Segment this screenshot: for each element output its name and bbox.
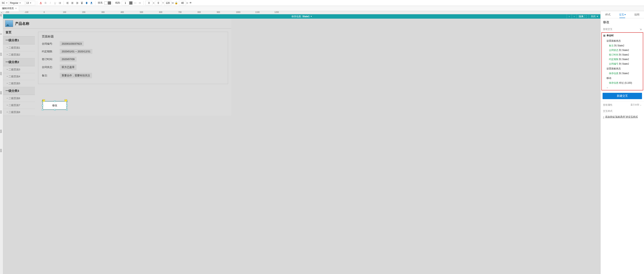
shape-interactions-header: 形状交互 ⇲	[600, 26, 644, 32]
show-all-link[interactable]: 显示全部 ⌄	[630, 103, 642, 107]
state-dropdown-icon[interactable]: ▼	[310, 16, 312, 18]
canvas[interactable]: 保存信息: State1 ▼ ‹ › 隔离 ⛶ 关闭 ✕ 产品名称	[3, 14, 600, 274]
h-input[interactable]	[179, 1, 186, 5]
valign-bottom-icon[interactable]	[89, 1, 94, 5]
ix-target[interactable]: 备注 到 State2	[602, 44, 643, 48]
font-weight-select[interactable]: Regular▼	[9, 1, 25, 5]
field-label: 约定期限:	[42, 50, 60, 53]
sidebar-item[interactable]: 二级页面4	[3, 73, 35, 80]
font-size-select[interactable]: 13▼	[26, 1, 35, 5]
resize-handle[interactable]	[42, 105, 43, 106]
ruler-origin: ✦	[0, 11, 3, 14]
underline-icon[interactable]: U	[53, 1, 57, 5]
ix-target[interactable]: 保存信息 到 State2	[602, 71, 643, 76]
font-family-select[interactable]: SC▼	[1, 1, 9, 5]
sidebar-home[interactable]: 首页	[3, 28, 35, 36]
resize-handle[interactable]	[66, 109, 68, 110]
resize-handle[interactable]	[54, 100, 56, 102]
sidebar-item[interactable]: 二级页面2	[3, 51, 35, 58]
field-value: 2020/01/01 ~ 2020/12/31	[60, 49, 92, 54]
field-value: 重要合作，需要特别关注	[60, 73, 92, 78]
valign-middle-icon[interactable]	[84, 1, 89, 5]
selection-outline: ▾ ⚡	[42, 101, 67, 110]
action-set-panel-state-1[interactable]: 设置面板状态	[602, 38, 643, 44]
ix-target[interactable]: 保存信息 经过 (0,100)	[602, 81, 643, 85]
widget-name[interactable]: 修改	[600, 18, 644, 26]
line-width-input[interactable]	[122, 1, 129, 5]
close-tab-icon[interactable]: ✕	[15, 7, 17, 10]
fill-none-icon[interactable]	[104, 2, 108, 4]
line-label: 线段:	[115, 1, 120, 4]
italic-icon[interactable]: I	[48, 1, 52, 5]
action-set-panel-state-2[interactable]: 设置面板状态	[602, 66, 643, 71]
fill-color-icon[interactable]	[108, 2, 111, 4]
state-name[interactable]: State1	[302, 15, 310, 18]
sidebar-item[interactable]: 二级页面3	[3, 66, 35, 73]
field-row: 备注:重要合作，需要特别关注	[42, 73, 224, 78]
sidebar-category[interactable]: 一级分类2	[3, 58, 35, 66]
fill-label: 填充:	[98, 1, 103, 4]
new-interaction-button[interactable]: 新建交互	[602, 93, 642, 99]
resize-handle[interactable]	[42, 109, 43, 110]
ruler-horizontal: -200-10001002003004005006007008009001000…	[3, 11, 600, 14]
text-color-icon[interactable]: A	[39, 1, 43, 5]
y-input[interactable]	[155, 1, 162, 5]
ix-target[interactable]: 合同编号 到 State2	[602, 62, 643, 66]
add-action-icon[interactable]: +	[602, 85, 643, 90]
resize-handle[interactable]	[66, 105, 68, 106]
field-row: 约定期限:2020/01/01 ~ 2020/12/31	[42, 49, 224, 54]
isolate-button[interactable]: 隔离 ⛶	[576, 14, 589, 19]
mock-page: 产品名称 首页 一级分类1二级页面1二级页面2一级分类2二级页面3二级页面4二级…	[3, 19, 231, 116]
ix-target[interactable]: 约定期限 到 State2	[602, 57, 643, 62]
tab-notes[interactable]: 说明	[630, 11, 644, 18]
sidebar-item[interactable]: 二级页面8	[3, 109, 35, 116]
sidebar-item[interactable]: 二级页面1	[3, 44, 35, 51]
visibility-icon[interactable]: 👁	[188, 1, 193, 5]
card-title: 页面标题	[42, 35, 224, 38]
action-move[interactable]: 移动	[602, 76, 643, 81]
dynamic-panel-state-bar: 保存信息: State1 ▼ ‹ › 隔离 ⛶ 关闭 ✕	[3, 14, 600, 19]
expand-icon[interactable]: ⇲	[640, 28, 642, 31]
sidebar-category[interactable]: 一级分类3	[3, 87, 35, 95]
sidebar-item[interactable]: 二级页面5	[3, 80, 35, 87]
tab-style[interactable]: 样式	[600, 11, 615, 18]
line-color-icon[interactable]	[129, 2, 132, 4]
arrow-icon[interactable]	[138, 1, 142, 5]
resize-handle[interactable]	[54, 109, 56, 110]
align-center-icon[interactable]	[70, 1, 74, 5]
valign-top-icon[interactable]	[80, 1, 84, 5]
sidebar-category[interactable]: 一级分类1	[3, 36, 35, 44]
field-label: 签订时间:	[42, 58, 60, 61]
align-left-icon[interactable]	[66, 1, 70, 5]
shape-properties-header[interactable]: 形状属性 显示全部 ⌄	[600, 102, 644, 108]
w-input[interactable]	[164, 1, 171, 5]
ix-target[interactable]: 签订时间 到 State2	[602, 52, 643, 57]
sidebar-item[interactable]: 二级页面6	[3, 95, 35, 102]
prev-state-icon[interactable]: ‹	[567, 14, 572, 19]
align-right-icon[interactable]	[75, 1, 79, 5]
x-input[interactable]	[145, 1, 152, 5]
collapse-icon[interactable]	[603, 35, 605, 37]
field-value: 双方已盖章	[60, 64, 76, 70]
add-hover-style-link[interactable]: 添加类似"鼠标悬停"的交互样式	[600, 114, 644, 120]
field-label: 合同编号:	[42, 42, 60, 46]
event-onclick[interactable]: 单击时	[602, 33, 643, 38]
tab-title: 编辑详情页	[2, 7, 14, 10]
field-row: 签订时间:2020/07/09	[42, 57, 224, 62]
note-badge-icon[interactable]: ▾	[42, 99, 45, 102]
sidebar-item[interactable]: 二级页面7	[3, 102, 35, 109]
next-state-icon[interactable]: ›	[572, 14, 576, 19]
interaction-box: 单击时 设置面板状态 备注 到 State2合同状态 到 State2签订时间 …	[601, 32, 643, 90]
page-tab[interactable]: 编辑详情页 ✕	[0, 6, 19, 11]
lock-aspect-icon[interactable]: 🔒	[174, 1, 178, 5]
mock-header: 产品名称	[3, 19, 231, 28]
tab-interactions[interactable]: 交互	[615, 11, 630, 18]
line-style-icon[interactable]	[133, 1, 137, 5]
interaction-badge-icon[interactable]: ⚡	[64, 99, 67, 102]
bold-icon[interactable]: B	[44, 1, 48, 5]
ix-target[interactable]: 合同状态 到 State2	[602, 48, 643, 52]
format-toolbar: SC▼ Regular▼ 13▼ A B I U 填充: 线段: X Y W 🔒…	[0, 0, 644, 6]
list-icon[interactable]	[58, 1, 62, 5]
interaction-styles-header: 交互样式	[600, 108, 644, 114]
close-panel-button[interactable]: 关闭 ✕	[589, 14, 600, 19]
